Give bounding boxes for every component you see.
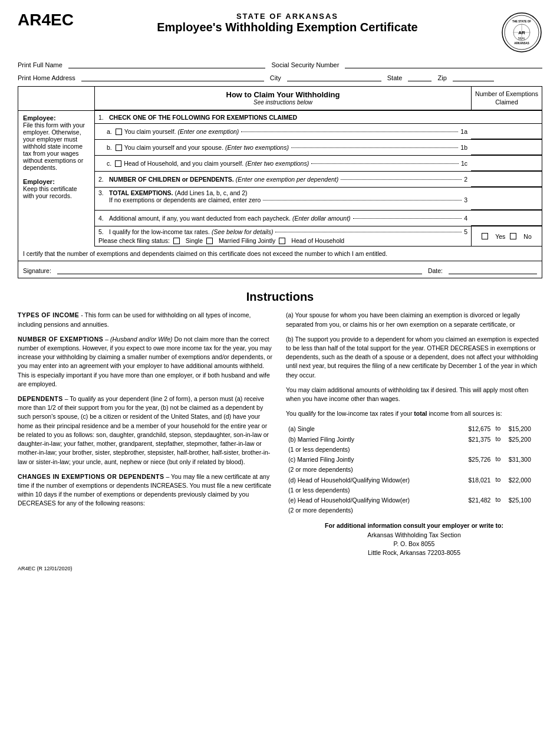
how-to-subtitle: See instructions below xyxy=(97,99,469,106)
line4-exemption-cell[interactable] xyxy=(471,211,542,226)
line1-text: CHECK ONE OF THE FOLLOWING FOR EXEMPTION… xyxy=(109,114,538,121)
state-label: State xyxy=(387,74,403,81)
types-para: TYPES OF INCOME - This form can be used … xyxy=(18,311,274,328)
line4-ref: 4 xyxy=(464,215,467,222)
ssn-input[interactable] xyxy=(345,59,542,68)
form-header-row: How to Claim Your Withholding See instru… xyxy=(18,87,542,111)
income-row-from: $21,482 xyxy=(457,495,493,505)
income-row-label: (d) Head of Household/Qualifying Widow(e… xyxy=(286,475,457,485)
income-row-label: (b) Married Filing Jointly xyxy=(286,435,457,445)
how-to-header: How to Claim Your Withholding See instru… xyxy=(95,87,471,110)
line4-text: Additional amount, if any, you want dedu… xyxy=(109,215,291,222)
income-row-from xyxy=(457,485,493,495)
line1-header: 1. CHECK ONE OF THE FOLLOWING FOR EXEMPT… xyxy=(95,111,542,124)
how-to-title: How to Claim Your Withholding xyxy=(97,90,469,99)
line1c-checkbox[interactable] xyxy=(115,160,121,167)
line2-row: 2. NUMBER OF CHILDREN or DEPENDENTS. (En… xyxy=(95,172,542,188)
income-row-max: $25,200 xyxy=(506,435,542,445)
income-row-from: $25,726 xyxy=(457,455,493,465)
single-checkbox[interactable] xyxy=(173,238,180,244)
number-exemptions-para: NUMBER OF EXEMPTIONS – (Husband and/or W… xyxy=(18,335,274,389)
address-row: Print Home Address City State Zip xyxy=(18,72,542,81)
full-name-input[interactable] xyxy=(68,59,266,68)
line3-row: 3. TOTAL EXEMPTIONS. (Add Lines 1a, b, c… xyxy=(95,188,542,211)
address-line2: P. O. Box 8055 xyxy=(286,540,542,548)
date-input[interactable] xyxy=(449,265,537,274)
income-row-from xyxy=(457,465,493,475)
right-col-a-para: (a) Your spouse for whom you have been c… xyxy=(286,311,542,328)
line1c-ref: 1c xyxy=(461,160,467,167)
exemptions-header-cell: Number of Exemptions Claimed xyxy=(471,87,542,110)
income-row-to: to xyxy=(493,495,506,505)
line5-ref: 5 xyxy=(464,228,467,235)
line1b-exemption-cell[interactable] xyxy=(471,140,542,155)
date-label: Date: xyxy=(428,267,443,274)
employer-label: Employer: xyxy=(23,178,55,185)
changes-label: CHANGES IN EXEMPTIONS OR DEPENDENTS xyxy=(18,473,164,480)
right-col-a-text: (a) Your spouse for whom you have been c… xyxy=(286,311,520,327)
filing-single-label: Single xyxy=(186,237,203,244)
income-row-to: to xyxy=(493,435,506,445)
income-row-to: to xyxy=(493,475,506,485)
certify-row: I certify that the number of exemptions … xyxy=(18,247,542,261)
filing-hoh-label: Head of Household xyxy=(291,237,344,244)
line1-num: 1. xyxy=(98,114,107,121)
changes-para: CHANGES IN EXEMPTIONS OR DEPENDENTS – Yo… xyxy=(18,472,274,508)
number-exemptions-italic: – (Husband and/or Wife) xyxy=(105,336,172,343)
income-row-label: (2 or more dependents) xyxy=(286,465,457,475)
income-row-to: to xyxy=(493,455,506,465)
exemptions-header-text: Number of Exemptions Claimed xyxy=(472,87,542,110)
line5-text: I qualify for the low-income tax rates. xyxy=(109,228,210,235)
line1a-row: a. You claim yourself. (Enter one exempt… xyxy=(95,124,542,140)
line1b-row: b. You claim yourself and your spouse. (… xyxy=(95,140,542,156)
line5-italic: (See below for details) xyxy=(212,228,273,235)
income-row-max xyxy=(506,485,542,495)
line1a-content: a. You claim yourself. (Enter one exempt… xyxy=(95,124,471,139)
line1b-checkbox[interactable] xyxy=(116,144,122,151)
line3-exemption-cell[interactable] xyxy=(471,188,542,210)
line1a-exemption-cell[interactable] xyxy=(471,124,542,139)
line5-content: 5. I qualify for the low-income tax rate… xyxy=(95,226,471,246)
instructions-body: TYPES OF INCOME - This form can be used … xyxy=(18,311,542,557)
line5-yes-checkbox[interactable] xyxy=(482,233,488,239)
ssn-label: Social Security Number xyxy=(271,61,339,68)
income-row-label: (1 or less dependents) xyxy=(286,485,457,495)
signature-label: Signature: xyxy=(23,267,51,274)
income-table: (a) Single$12,675to$15,200(b) Married Fi… xyxy=(286,424,542,515)
form-title-center: STATE OF ARKANSAS Employee's Withholding… xyxy=(74,12,501,34)
married-checkbox[interactable] xyxy=(206,238,213,244)
line1c-text: Head of Household, and you claim yoursel… xyxy=(124,160,243,167)
line1a-text: You claim yourself. xyxy=(124,128,176,135)
signature-input[interactable] xyxy=(57,265,422,274)
hoh-checkbox[interactable] xyxy=(279,238,285,244)
qualify-bold: total xyxy=(414,410,427,417)
line1a-ref: 1a xyxy=(460,128,467,135)
city-label: City xyxy=(270,74,281,81)
page-header: AR4EC STATE OF ARKANSAS Employee's Withh… xyxy=(18,12,542,53)
zip-input[interactable] xyxy=(453,72,494,81)
city-input[interactable] xyxy=(287,72,381,81)
line1b-text: You claim yourself and your spouse. xyxy=(124,144,223,151)
line2-content: 2. NUMBER OF CHILDREN or DEPENDENTS. (En… xyxy=(95,172,471,187)
types-label: TYPES OF INCOME xyxy=(18,311,79,318)
state-input[interactable] xyxy=(408,72,431,81)
line1a-checkbox[interactable] xyxy=(116,129,122,135)
svg-text:ARKANSAS: ARKANSAS xyxy=(514,42,529,45)
line1b-content: b. You claim yourself and your spouse. (… xyxy=(95,140,471,155)
line2-exemption-cell[interactable] xyxy=(471,172,542,187)
income-row-from xyxy=(457,505,493,515)
income-row-from xyxy=(457,445,493,455)
line5-no-checkbox[interactable] xyxy=(510,233,516,239)
line4-content: 4. Additional amount, if any, you want d… xyxy=(95,211,471,226)
address-input[interactable] xyxy=(81,72,264,81)
line1c-exemption-cell[interactable] xyxy=(471,156,542,171)
income-row-from: $12,675 xyxy=(457,424,493,434)
right-col-b-para: (b) The support you provide to a depende… xyxy=(286,335,542,380)
income-row-max: $22,000 xyxy=(506,475,542,485)
form-main-title: Employee's Withholding Exemption Certifi… xyxy=(85,21,489,34)
income-row-label: (a) Single xyxy=(286,424,457,434)
zip-label: Zip xyxy=(437,74,446,81)
income-row-to xyxy=(493,485,506,495)
line1b-letter: b. xyxy=(107,144,112,151)
income-row-max: $25,100 xyxy=(506,495,542,505)
